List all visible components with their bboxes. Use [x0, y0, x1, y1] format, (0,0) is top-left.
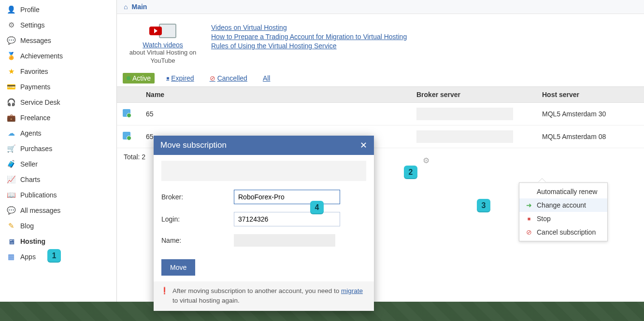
row-id: 65	[146, 133, 154, 140]
close-icon[interactable]: ✕	[360, 141, 367, 150]
menu-item-change-account[interactable]: ➜Change account	[519, 198, 607, 212]
cancel-icon: ⊘	[210, 74, 215, 82]
menu-item-automatically-renew[interactable]: Automatically renew	[519, 185, 607, 198]
menu-item-stop[interactable]: ■Stop	[519, 212, 607, 225]
sidebar-item-messages[interactable]: 💬Messages	[0, 33, 116, 48]
filter-label: Cancelled	[217, 74, 247, 82]
breadcrumb-label: Main	[131, 3, 147, 11]
broker-blank	[416, 130, 513, 143]
stop-icon: ■	[525, 215, 533, 223]
name-label: Name:	[161, 237, 234, 244]
host-server: MQL5 Amsterdam 30	[542, 110, 606, 118]
migrate-link[interactable]: migrate	[341, 287, 363, 294]
sidebar-item-label: Messages	[20, 37, 51, 44]
login-input[interactable]	[234, 212, 340, 226]
filter-all[interactable]: All	[259, 73, 274, 84]
sidebar-item-achievements[interactable]: 🏅Achievements	[0, 48, 116, 64]
col-broker[interactable]: Broker server	[411, 86, 536, 102]
badge-1: 1	[47, 249, 61, 263]
hosting-icon: 🖥	[7, 237, 15, 246]
filter-cancelled[interactable]: ⊘Cancelled	[206, 73, 251, 84]
sidebar-item-label: Profile	[20, 6, 40, 14]
blank-icon	[525, 188, 533, 195]
filter-label: Expired	[171, 74, 194, 82]
sidebar-item-label: Agents	[20, 129, 42, 137]
blog-icon: ✎	[7, 222, 15, 230]
cancel-icon: ⊘	[525, 228, 533, 236]
change-icon: ➜	[525, 201, 533, 209]
move-subscription-dialog: Move subscription ✕ Broker: Login: Name:…	[154, 136, 374, 311]
move-button[interactable]: Move	[161, 259, 195, 276]
breadcrumb[interactable]: ⌂ Main	[117, 0, 644, 14]
sidebar-item-freelance[interactable]: 💼Freelance	[0, 110, 116, 126]
square-icon: ■	[166, 75, 169, 81]
filter-expired[interactable]: ■Expired	[162, 73, 198, 84]
sidebar-item-payments[interactable]: 💳Payments	[0, 79, 116, 95]
sidebar-item-label: Charts	[20, 176, 40, 183]
sidebar-item-favorites[interactable]: ★Favorites	[0, 64, 116, 79]
video-sub: about Virtual Hosting on YouTube	[129, 49, 197, 65]
filter-bar: Active■Expired⊘CancelledAll	[117, 72, 644, 86]
sidebar-item-label: Freelance	[20, 114, 50, 122]
youtube-icon	[149, 27, 162, 35]
sidebar-item-label: Favorites	[20, 68, 48, 75]
col-name[interactable]: Name	[140, 86, 411, 102]
sidebar-item-label: Blog	[20, 222, 34, 230]
sidebar-item-label: Seller	[20, 160, 38, 168]
publications-icon: 📖	[7, 191, 15, 199]
context-menu: Automatically renew➜Change account■Stop⊘…	[519, 182, 608, 241]
home-icon: ⌂	[124, 3, 128, 11]
sidebar-item-agents[interactable]: ☁Agents	[0, 126, 116, 141]
info-pre: After moving subscription to another acc…	[172, 287, 341, 294]
help-link-1[interactable]: How to Prepare a Trading Account for Mig…	[211, 33, 407, 41]
filter-label: Active	[132, 74, 151, 82]
freelance-icon: 💼	[7, 113, 15, 122]
sidebar-item-label: Publications	[20, 191, 57, 199]
all-messages-icon: 💬	[7, 206, 15, 215]
filter-label: All	[263, 74, 271, 82]
table-row[interactable]: 65MQL5 Amsterdam 30	[117, 102, 644, 125]
menu-item-cancel-subscription[interactable]: ⊘Cancel subscription	[519, 225, 607, 239]
badge-4: 4	[310, 201, 324, 214]
sidebar-item-hosting[interactable]: 🖥Hosting	[0, 234, 116, 249]
badge-3: 3	[477, 199, 490, 212]
col-host[interactable]: Host server	[536, 86, 644, 102]
sidebar-item-label: Purchases	[20, 145, 52, 153]
video-thumb-icon[interactable]	[129, 24, 197, 38]
help-links: Videos on Virtual HostingHow to Prepare …	[211, 24, 407, 51]
menu-item-label: Cancel subscription	[537, 228, 596, 236]
video-block: Watch videos about Virtual Hosting on Yo…	[129, 24, 197, 65]
filter-active[interactable]: Active	[123, 73, 155, 84]
charts-icon: 📈	[7, 175, 15, 184]
dialog-title: Move subscription	[160, 140, 227, 150]
row-id: 65	[146, 110, 154, 118]
help-link-2[interactable]: Rules of Using the Virtual Hosting Servi…	[211, 42, 407, 50]
favorites-icon: ★	[7, 67, 15, 76]
sidebar-item-purchases[interactable]: 🛒Purchases	[0, 141, 116, 156]
dialog-header: Move subscription ✕	[154, 136, 374, 155]
broker-blank	[416, 108, 513, 120]
sidebar-item-seller[interactable]: 🧳Seller	[0, 156, 116, 172]
gear-icon[interactable]: ⚙	[423, 156, 429, 165]
name-input-blank[interactable]	[234, 234, 335, 247]
host-icon	[123, 132, 130, 140]
sidebar-item-charts[interactable]: 📈Charts	[0, 172, 116, 187]
menu-item-label: Automatically renew	[537, 188, 597, 195]
host-icon	[123, 109, 130, 117]
sidebar-item-profile[interactable]: 👤Profile	[0, 2, 116, 17]
sidebar-item-service-desk[interactable]: 🎧Service Desk	[0, 95, 116, 110]
login-label: Login:	[161, 215, 234, 223]
achievements-icon: 🏅	[7, 52, 15, 60]
info-post: to virtual hosting again.	[172, 297, 240, 304]
broker-label: Broker:	[161, 193, 234, 201]
settings-icon: ⚙	[7, 21, 15, 29]
help-link-0[interactable]: Videos on Virtual Hosting	[211, 24, 407, 31]
seller-icon: 🧳	[7, 160, 15, 168]
sidebar-item-publications[interactable]: 📖Publications	[0, 187, 116, 203]
watch-videos-link[interactable]: Watch videos	[129, 41, 197, 49]
broker-input[interactable]	[234, 190, 340, 204]
sidebar-item-blog[interactable]: ✎Blog	[0, 218, 116, 234]
sidebar-item-all-messages[interactable]: 💬All messages	[0, 203, 116, 218]
sidebar-item-settings[interactable]: ⚙Settings	[0, 17, 116, 33]
warn-icon: ❗	[160, 286, 169, 305]
